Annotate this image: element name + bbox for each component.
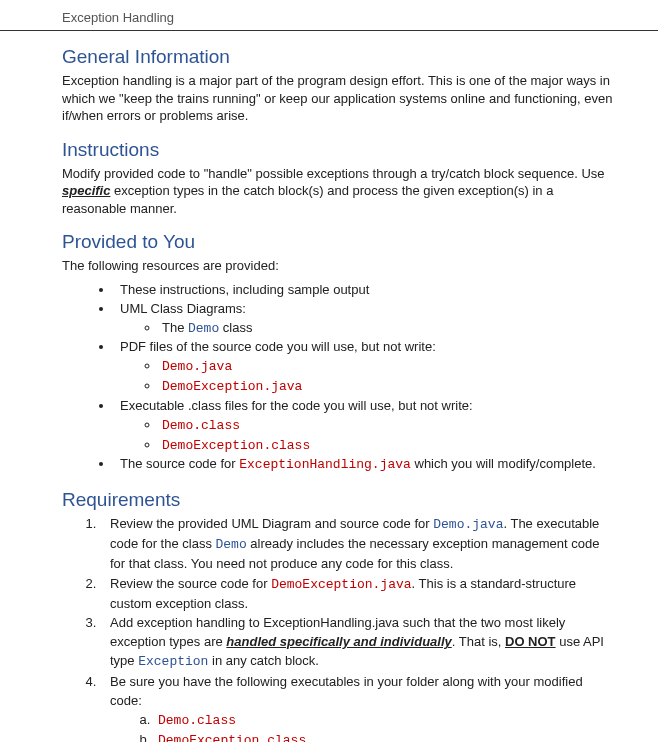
list-item: DemoException.java bbox=[160, 377, 618, 397]
sub-list: Demo.class DemoException.class bbox=[160, 416, 618, 456]
section-text-general: Exception handling is a major part of th… bbox=[62, 72, 618, 125]
section-heading-instructions: Instructions bbox=[62, 139, 618, 161]
section-text-instructions: Modify provided code to "handle" possibl… bbox=[62, 165, 618, 218]
list-item: The Demo class bbox=[160, 319, 618, 339]
list-item: PDF files of the source code you will us… bbox=[114, 338, 618, 397]
title-divider bbox=[0, 30, 658, 31]
list-item: DemoException.class bbox=[154, 731, 618, 742]
code-ref: Exception bbox=[138, 654, 208, 669]
code-ref: Demo.class bbox=[162, 418, 240, 433]
list-item: These instructions, including sample out… bbox=[114, 281, 618, 300]
list-item: Review the source code for DemoException… bbox=[100, 575, 618, 614]
emphasis: handled specifically and individually bbox=[226, 634, 451, 649]
text-fragment: Review the source code for bbox=[110, 576, 271, 591]
code-ref: DemoException.class bbox=[162, 438, 310, 453]
code-ref: DemoException.java bbox=[162, 379, 302, 394]
sub-list: The Demo class bbox=[160, 319, 618, 339]
text-fragment: The source code for bbox=[120, 456, 239, 471]
list-item: Be sure you have the following executabl… bbox=[100, 673, 618, 742]
text-fragment: Executable .class files for the code you… bbox=[120, 398, 473, 413]
section-heading-provided: Provided to You bbox=[62, 231, 618, 253]
code-ref: ExceptionHandling.java bbox=[239, 457, 411, 472]
code-ref: DemoException.class bbox=[158, 733, 306, 742]
text-fragment: exception types in the catch block(s) an… bbox=[62, 183, 553, 216]
code-ref: Demo bbox=[216, 537, 247, 552]
list-item: Demo.class bbox=[160, 416, 618, 436]
list-item: The source code for ExceptionHandling.ja… bbox=[114, 455, 618, 475]
list-item: UML Class Diagrams: The Demo class bbox=[114, 300, 618, 339]
text-fragment: which you will modify/complete. bbox=[411, 456, 596, 471]
section-intro-provided: The following resources are provided: bbox=[62, 257, 618, 275]
text-fragment: UML Class Diagrams: bbox=[120, 301, 246, 316]
code-ref: Demo.java bbox=[433, 517, 503, 532]
code-ref: Demo.class bbox=[158, 713, 236, 728]
code-ref: Demo.java bbox=[162, 359, 232, 374]
text-fragment: PDF files of the source code you will us… bbox=[120, 339, 436, 354]
text-fragment: Be sure you have the following executabl… bbox=[110, 674, 583, 708]
document-title: Exception Handling bbox=[62, 10, 618, 30]
code-ref: Demo bbox=[188, 321, 219, 336]
code-ref: DemoException.java bbox=[271, 577, 411, 592]
document-page: Exception Handling General Information E… bbox=[0, 0, 658, 742]
text-fragment: in any catch block. bbox=[208, 653, 319, 668]
sub-list: Demo.java DemoException.java bbox=[160, 357, 618, 397]
list-item: Demo.class bbox=[154, 711, 618, 731]
emphasis-specific: specific bbox=[62, 183, 110, 198]
requirements-list: Review the provided UML Diagram and sour… bbox=[100, 515, 618, 742]
text-fragment: class bbox=[219, 320, 252, 335]
text-fragment: The bbox=[162, 320, 188, 335]
sub-list: Demo.class DemoException.class bbox=[154, 711, 618, 742]
list-item: Add exception handling to ExceptionHandl… bbox=[100, 614, 618, 672]
list-item: Executable .class files for the code you… bbox=[114, 397, 618, 456]
section-heading-general: General Information bbox=[62, 46, 618, 68]
section-heading-requirements: Requirements bbox=[62, 489, 618, 511]
list-item: Demo.java bbox=[160, 357, 618, 377]
text-fragment: . That is, bbox=[452, 634, 505, 649]
text-fragment: Review the provided UML Diagram and sour… bbox=[110, 516, 433, 531]
list-item: DemoException.class bbox=[160, 436, 618, 456]
text-fragment: Modify provided code to "handle" possibl… bbox=[62, 166, 605, 181]
provided-list: These instructions, including sample out… bbox=[114, 281, 618, 475]
emphasis: DO NOT bbox=[505, 634, 556, 649]
list-item: Review the provided UML Diagram and sour… bbox=[100, 515, 618, 574]
